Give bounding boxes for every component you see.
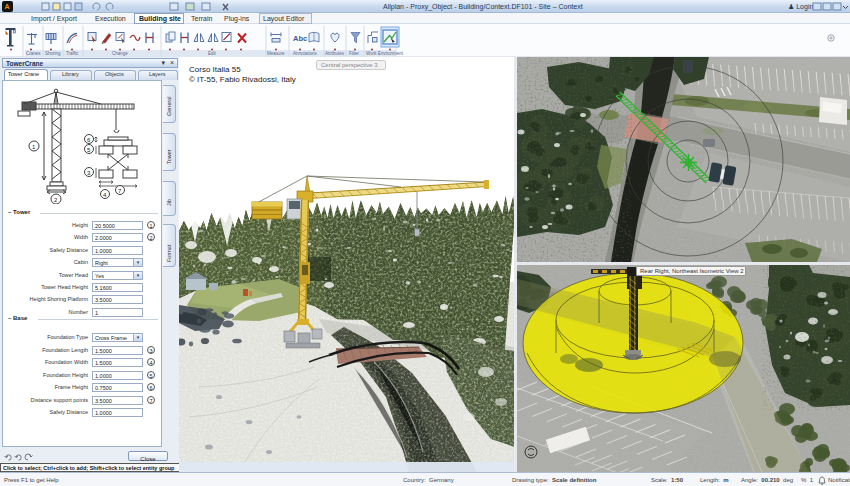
svg-text:Abc: Abc — [293, 34, 307, 43]
